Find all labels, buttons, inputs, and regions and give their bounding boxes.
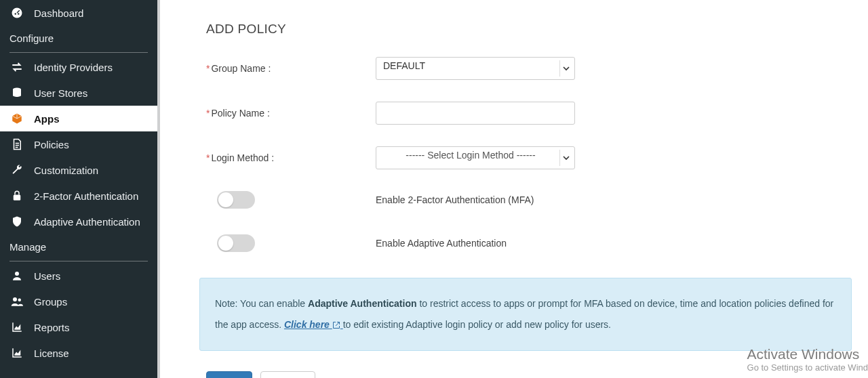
sidebar-item-groups[interactable]: Groups: [0, 289, 157, 314]
sidebar-section-configure: Configure: [0, 26, 157, 51]
toggle-mfa[interactable]: [217, 191, 255, 209]
sidebar-label-2fa: 2-Factor Authentication: [34, 190, 138, 202]
database-icon: [9, 87, 24, 99]
lock-icon: [9, 190, 24, 202]
label-login-method: *Login Method :: [206, 152, 376, 163]
svg-rect-4: [14, 195, 21, 201]
box-icon: [9, 112, 24, 125]
button-row: Save Cancel: [206, 371, 852, 378]
wrench-icon: [9, 164, 24, 176]
sidebar-item-dashboard[interactable]: Dashboard: [0, 0, 157, 26]
info-note: Note: You can enable Adaptive Authentica…: [199, 278, 852, 351]
sidebar-label-groups: Groups: [34, 296, 67, 308]
toggle-adaptive[interactable]: [217, 234, 255, 252]
chart-icon: [9, 347, 24, 359]
row-adaptive: Enable Adaptive Authentication: [217, 234, 852, 252]
cancel-button[interactable]: Cancel: [260, 371, 315, 378]
sidebar-item-policies[interactable]: Policies: [0, 131, 157, 157]
row-login-method: *Login Method : ------ Select Login Meth…: [206, 146, 852, 169]
sidebar-item-customization[interactable]: Customization: [0, 157, 157, 183]
row-policy-name: *Policy Name :: [206, 102, 852, 125]
sidebar-label-adaptive: Adaptive Authentication: [34, 216, 140, 228]
sidebar-label-idp: Identity Providers: [34, 62, 113, 73]
sidebar-item-license[interactable]: License: [0, 340, 157, 366]
document-icon: [9, 138, 24, 150]
sidebar-label-apps: Apps: [34, 113, 60, 125]
save-button[interactable]: Save: [206, 371, 252, 378]
sidebar-item-user-stores[interactable]: User Stores: [0, 80, 157, 106]
sidebar-label-users: Users: [34, 270, 60, 282]
exchange-icon: [9, 61, 24, 73]
label-enable-adaptive: Enable Adaptive Authentication: [376, 238, 507, 249]
label-enable-mfa: Enable 2-Factor Authentication (MFA): [376, 194, 534, 205]
sidebar-label-dashboard: Dashboard: [34, 7, 83, 19]
link-click-here[interactable]: Click here: [284, 319, 343, 330]
sidebar-item-adaptive[interactable]: Adaptive Authentication: [0, 209, 157, 234]
sidebar-label-reports: Reports: [34, 322, 70, 333]
input-policy-name[interactable]: [376, 102, 575, 125]
main-content: ADD POLICY *Group Name : DEFAULT *Policy…: [163, 0, 868, 378]
user-icon: [9, 270, 24, 282]
row-mfa: Enable 2-Factor Authentication (MFA): [217, 191, 852, 209]
label-policy-name: *Policy Name :: [206, 108, 376, 119]
svg-point-2: [18, 13, 19, 14]
sidebar-item-identity-providers[interactable]: Identity Providers: [0, 54, 157, 80]
sidebar-label-license: License: [34, 348, 69, 359]
svg-point-1: [15, 13, 16, 14]
dashboard-icon: [9, 7, 24, 19]
sidebar-label-customization: Customization: [34, 165, 98, 176]
svg-point-6: [13, 297, 17, 301]
sidebar-item-reports[interactable]: Reports: [0, 314, 157, 340]
sidebar-label-policies: Policies: [34, 139, 69, 150]
sidebar-item-2fa[interactable]: 2-Factor Authentication: [0, 183, 157, 209]
chart-icon: [9, 321, 24, 333]
sidebar-item-users[interactable]: Users: [0, 263, 157, 289]
sidebar-label-user-stores: User Stores: [34, 87, 87, 99]
svg-point-5: [15, 272, 19, 276]
select-login-method[interactable]: ------ Select Login Method ------: [376, 146, 575, 169]
sidebar-item-apps[interactable]: Apps: [0, 106, 157, 131]
page-title: ADD POLICY: [206, 22, 852, 37]
shield-icon: [9, 215, 24, 228]
users-icon: [9, 295, 24, 308]
select-group-name[interactable]: DEFAULT: [376, 57, 575, 80]
sidebar-section-manage: Manage: [0, 234, 157, 259]
label-group-name: *Group Name :: [206, 63, 376, 74]
svg-point-7: [18, 299, 22, 302]
row-group-name: *Group Name : DEFAULT: [206, 57, 852, 80]
sidebar: Dashboard Configure Identity Providers U…: [0, 0, 160, 378]
